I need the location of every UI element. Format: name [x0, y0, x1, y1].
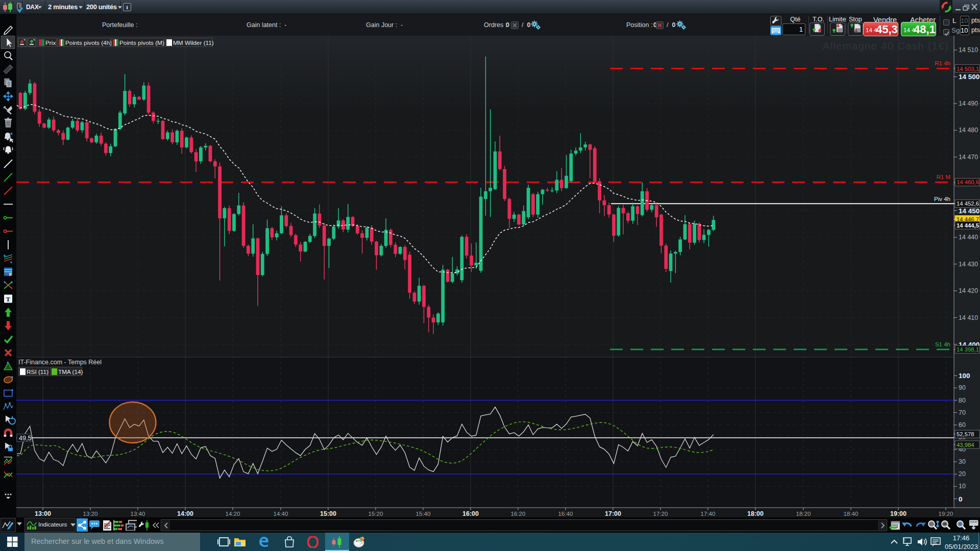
svg-text:19:00: 19:00	[890, 510, 906, 517]
svg-text:18:00: 18:00	[747, 510, 764, 517]
svg-text:16:20: 16:20	[511, 511, 526, 517]
svg-text:18:20: 18:20	[796, 511, 811, 517]
svg-text:14 450: 14 450	[959, 207, 979, 215]
svg-text:13:40: 13:40	[131, 511, 145, 517]
svg-text:14 460,6: 14 460,6	[957, 179, 979, 185]
svg-text:0: 0	[959, 495, 963, 503]
svg-text:14 420: 14 420	[959, 287, 978, 294]
svg-text:15:40: 15:40	[416, 511, 431, 517]
svg-text:100: 100	[959, 372, 970, 380]
svg-text:18:40: 18:40	[844, 511, 859, 517]
svg-text:14:00: 14:00	[177, 510, 193, 517]
svg-text:43,984: 43,984	[957, 442, 974, 448]
svg-text:S1 4h: S1 4h	[935, 341, 950, 347]
svg-text:30: 30	[959, 458, 966, 465]
svg-text:13:20: 13:20	[83, 511, 98, 517]
svg-text:17:00: 17:00	[605, 510, 621, 517]
svg-text:14 410: 14 410	[959, 314, 978, 321]
svg-text:70: 70	[959, 409, 966, 416]
svg-text:49,5: 49,5	[19, 435, 31, 442]
svg-text:10: 10	[959, 483, 966, 490]
svg-text:19:20: 19:20	[939, 511, 953, 517]
svg-text:14 398,1: 14 398,1	[957, 346, 979, 353]
svg-text:15:20: 15:20	[369, 511, 383, 517]
svg-text:14 503,1: 14 503,1	[957, 66, 979, 72]
svg-text:15:00: 15:00	[320, 510, 336, 517]
svg-text:14:20: 14:20	[226, 511, 240, 517]
svg-text:14 480: 14 480	[959, 127, 978, 134]
svg-text:Allemagne 40 Cash (1€): Allemagne 40 Cash (1€)	[823, 40, 949, 52]
svg-text:13:00: 13:00	[35, 510, 51, 517]
svg-text:60: 60	[959, 421, 966, 429]
svg-text:14 500: 14 500	[959, 73, 979, 81]
svg-text:17:20: 17:20	[653, 511, 668, 517]
svg-text:F: F	[9, 272, 12, 277]
svg-text:14 452,6: 14 452,6	[957, 201, 979, 207]
svg-text:R1 4h: R1 4h	[935, 60, 950, 66]
svg-text:16:00: 16:00	[462, 510, 479, 517]
svg-text:14 444,5: 14 444,5	[957, 222, 979, 229]
svg-text:T: T	[6, 295, 11, 303]
svg-text:16:40: 16:40	[558, 511, 573, 517]
svg-text:52,578: 52,578	[957, 431, 974, 437]
svg-text:14 430: 14 430	[959, 261, 978, 268]
svg-text:90: 90	[959, 384, 966, 391]
svg-text:R1 M: R1 M	[937, 174, 950, 180]
svg-text:20: 20	[959, 470, 966, 478]
svg-text:14 510: 14 510	[959, 46, 978, 54]
svg-text:80: 80	[959, 397, 966, 404]
svg-text:14:40: 14:40	[274, 511, 288, 517]
svg-text:17:40: 17:40	[701, 511, 716, 517]
svg-text:Piv 4h: Piv 4h	[934, 196, 950, 202]
svg-text:14 490: 14 490	[959, 100, 978, 107]
svg-text:14 470: 14 470	[959, 154, 978, 161]
svg-text:14 440: 14 440	[959, 234, 978, 241]
